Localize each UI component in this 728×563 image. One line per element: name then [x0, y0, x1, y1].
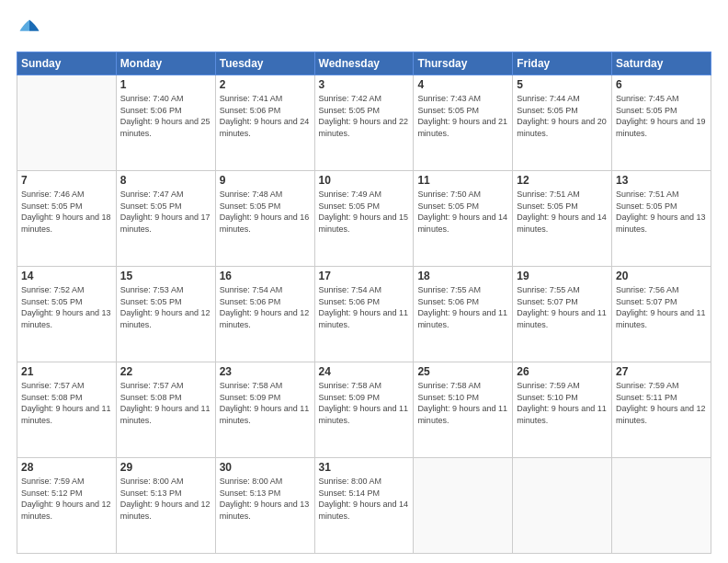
calendar-cell: 15Sunrise: 7:53 AM Sunset: 5:05 PM Dayli…: [116, 267, 215, 362]
day-number: 2: [220, 78, 311, 91]
day-number: 23: [220, 365, 311, 378]
day-info: Sunrise: 7:40 AM Sunset: 5:06 PM Dayligh…: [120, 93, 211, 139]
day-number: 31: [319, 461, 410, 474]
calendar-cell: 2Sunrise: 7:41 AM Sunset: 5:06 PM Daylig…: [215, 75, 314, 171]
logo: [17, 17, 46, 42]
day-info: Sunrise: 7:58 AM Sunset: 5:09 PM Dayligh…: [220, 380, 311, 426]
calendar-cell: 8Sunrise: 7:47 AM Sunset: 5:05 PM Daylig…: [116, 171, 215, 267]
calendar-cell: 4Sunrise: 7:43 AM Sunset: 5:05 PM Daylig…: [414, 75, 513, 171]
day-number: 26: [517, 365, 608, 378]
day-number: 12: [517, 174, 608, 187]
day-info: Sunrise: 7:59 AM Sunset: 5:12 PM Dayligh…: [21, 476, 112, 522]
weekday-header: Wednesday: [314, 52, 414, 75]
day-number: 14: [21, 270, 112, 282]
day-number: 13: [616, 174, 707, 187]
day-info: Sunrise: 7:58 AM Sunset: 5:09 PM Dayligh…: [319, 380, 410, 426]
day-info: Sunrise: 7:51 AM Sunset: 5:05 PM Dayligh…: [517, 189, 608, 235]
day-number: 8: [120, 174, 211, 187]
day-info: Sunrise: 7:41 AM Sunset: 5:06 PM Dayligh…: [220, 93, 311, 139]
day-number: 10: [319, 174, 410, 187]
day-info: Sunrise: 8:00 AM Sunset: 5:13 PM Dayligh…: [120, 476, 211, 522]
day-number: 25: [417, 365, 508, 378]
day-number: 15: [120, 270, 211, 282]
calendar-cell: 25Sunrise: 7:58 AM Sunset: 5:10 PM Dayli…: [414, 362, 513, 458]
weekday-header: Friday: [513, 52, 612, 75]
day-info: Sunrise: 7:53 AM Sunset: 5:05 PM Dayligh…: [120, 284, 211, 330]
day-info: Sunrise: 7:46 AM Sunset: 5:05 PM Dayligh…: [21, 189, 112, 235]
calendar-cell: 31Sunrise: 8:00 AM Sunset: 5:14 PM Dayli…: [314, 458, 414, 554]
header: [17, 17, 711, 42]
calendar-cell: 21Sunrise: 7:57 AM Sunset: 5:08 PM Dayli…: [17, 362, 117, 458]
day-number: 16: [220, 270, 311, 282]
day-number: 19: [517, 270, 608, 282]
day-info: Sunrise: 7:50 AM Sunset: 5:05 PM Dayligh…: [417, 189, 508, 235]
day-number: 7: [21, 174, 112, 187]
weekday-header: Monday: [116, 52, 215, 75]
calendar-cell: 23Sunrise: 7:58 AM Sunset: 5:09 PM Dayli…: [215, 362, 314, 458]
calendar-cell: 24Sunrise: 7:58 AM Sunset: 5:09 PM Dayli…: [314, 362, 414, 458]
day-number: 3: [319, 78, 410, 91]
day-number: 20: [616, 270, 707, 282]
day-info: Sunrise: 7:49 AM Sunset: 5:05 PM Dayligh…: [319, 189, 410, 235]
day-info: Sunrise: 8:00 AM Sunset: 5:13 PM Dayligh…: [220, 476, 311, 522]
day-info: Sunrise: 7:57 AM Sunset: 5:08 PM Dayligh…: [120, 380, 211, 426]
day-number: 22: [120, 365, 211, 378]
day-info: Sunrise: 7:54 AM Sunset: 5:06 PM Dayligh…: [220, 284, 311, 330]
day-number: 28: [21, 461, 112, 474]
calendar-cell: 9Sunrise: 7:48 AM Sunset: 5:05 PM Daylig…: [215, 171, 314, 267]
day-info: Sunrise: 7:47 AM Sunset: 5:05 PM Dayligh…: [120, 189, 211, 235]
day-number: 29: [120, 461, 211, 474]
calendar-cell: 7Sunrise: 7:46 AM Sunset: 5:05 PM Daylig…: [17, 171, 117, 267]
calendar-cell: 14Sunrise: 7:52 AM Sunset: 5:05 PM Dayli…: [17, 267, 117, 362]
day-info: Sunrise: 7:52 AM Sunset: 5:05 PM Dayligh…: [21, 284, 112, 330]
calendar-cell: 13Sunrise: 7:51 AM Sunset: 5:05 PM Dayli…: [612, 171, 711, 267]
calendar-cell: 10Sunrise: 7:49 AM Sunset: 5:05 PM Dayli…: [314, 171, 414, 267]
calendar-cell: [612, 458, 711, 554]
day-info: Sunrise: 7:55 AM Sunset: 5:07 PM Dayligh…: [517, 284, 608, 330]
weekday-header: Sunday: [17, 52, 117, 75]
day-number: 4: [417, 78, 508, 91]
day-info: Sunrise: 7:44 AM Sunset: 5:05 PM Dayligh…: [517, 93, 608, 139]
day-number: 6: [616, 78, 707, 91]
day-info: Sunrise: 7:43 AM Sunset: 5:05 PM Dayligh…: [417, 93, 508, 139]
day-info: Sunrise: 8:00 AM Sunset: 5:14 PM Dayligh…: [319, 476, 410, 522]
calendar-cell: 20Sunrise: 7:56 AM Sunset: 5:07 PM Dayli…: [612, 267, 711, 362]
day-info: Sunrise: 7:45 AM Sunset: 5:05 PM Dayligh…: [616, 93, 707, 139]
day-number: 9: [220, 174, 311, 187]
calendar-cell: 5Sunrise: 7:44 AM Sunset: 5:05 PM Daylig…: [513, 75, 612, 171]
calendar-cell: [414, 458, 513, 554]
calendar-cell: 22Sunrise: 7:57 AM Sunset: 5:08 PM Dayli…: [116, 362, 215, 458]
calendar-cell: 19Sunrise: 7:55 AM Sunset: 5:07 PM Dayli…: [513, 267, 612, 362]
calendar-cell: 17Sunrise: 7:54 AM Sunset: 5:06 PM Dayli…: [314, 267, 414, 362]
weekday-header: Tuesday: [215, 52, 314, 75]
calendar-cell: [513, 458, 612, 554]
day-info: Sunrise: 7:42 AM Sunset: 5:05 PM Dayligh…: [319, 93, 410, 139]
day-info: Sunrise: 7:59 AM Sunset: 5:11 PM Dayligh…: [616, 380, 707, 426]
weekday-header: Saturday: [612, 52, 711, 75]
day-number: 27: [616, 365, 707, 378]
calendar-cell: 26Sunrise: 7:59 AM Sunset: 5:10 PM Dayli…: [513, 362, 612, 458]
day-info: Sunrise: 7:59 AM Sunset: 5:10 PM Dayligh…: [517, 380, 608, 426]
day-info: Sunrise: 7:58 AM Sunset: 5:10 PM Dayligh…: [417, 380, 508, 426]
logo-icon: [17, 17, 42, 42]
calendar-cell: 12Sunrise: 7:51 AM Sunset: 5:05 PM Dayli…: [513, 171, 612, 267]
day-number: 11: [417, 174, 508, 187]
day-info: Sunrise: 7:51 AM Sunset: 5:05 PM Dayligh…: [616, 189, 707, 235]
calendar-cell: 29Sunrise: 8:00 AM Sunset: 5:13 PM Dayli…: [116, 458, 215, 554]
calendar-cell: 1Sunrise: 7:40 AM Sunset: 5:06 PM Daylig…: [116, 75, 215, 171]
day-number: 5: [517, 78, 608, 91]
calendar-cell: 11Sunrise: 7:50 AM Sunset: 5:05 PM Dayli…: [414, 171, 513, 267]
day-info: Sunrise: 7:55 AM Sunset: 5:06 PM Dayligh…: [417, 284, 508, 330]
day-number: 17: [319, 270, 410, 282]
calendar-table: SundayMondayTuesdayWednesdayThursdayFrid…: [17, 52, 711, 554]
calendar-cell: 18Sunrise: 7:55 AM Sunset: 5:06 PM Dayli…: [414, 267, 513, 362]
calendar-cell: 3Sunrise: 7:42 AM Sunset: 5:05 PM Daylig…: [314, 75, 414, 171]
day-info: Sunrise: 7:56 AM Sunset: 5:07 PM Dayligh…: [616, 284, 707, 330]
day-number: 18: [417, 270, 508, 282]
day-number: 1: [120, 78, 211, 91]
calendar-cell: 6Sunrise: 7:45 AM Sunset: 5:05 PM Daylig…: [612, 75, 711, 171]
day-number: 24: [319, 365, 410, 378]
day-info: Sunrise: 7:57 AM Sunset: 5:08 PM Dayligh…: [21, 380, 112, 426]
calendar-cell: 28Sunrise: 7:59 AM Sunset: 5:12 PM Dayli…: [17, 458, 117, 554]
calendar-cell: 30Sunrise: 8:00 AM Sunset: 5:13 PM Dayli…: [215, 458, 314, 554]
